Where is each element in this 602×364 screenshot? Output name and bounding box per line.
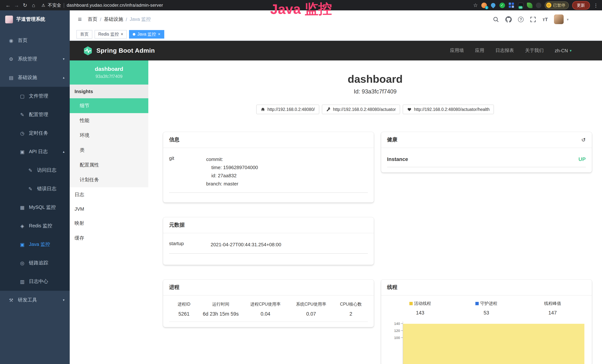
sidebar-item-file[interactable]: ▢ 文件管理	[0, 87, 70, 105]
paused-chip[interactable]: ☺ 已暂停	[545, 1, 569, 9]
sidebar-item-home[interactable]: ◉ 首页	[0, 31, 70, 50]
instance-title: dashboard	[148, 73, 602, 85]
file-icon: ▢	[19, 93, 25, 99]
close-icon[interactable]: ×	[121, 32, 123, 37]
tab-redis-monitor[interactable]: Redis 监控 ×	[95, 30, 127, 39]
col-header: 系统CPU使用率	[288, 298, 334, 309]
sba-nav-applications[interactable]: 应用	[475, 47, 484, 54]
instance-id-short: 93a3fc7f7409	[73, 74, 145, 79]
redis-icon: ◈	[19, 223, 25, 229]
browser-menu-icon[interactable]: ⋮	[593, 2, 598, 8]
sba-side-caches[interactable]: 缓存	[70, 231, 148, 246]
git-id-line: id: 27aa832	[206, 172, 258, 180]
legend-label: 守护进程	[480, 301, 497, 306]
extension-icon-green-check[interactable]: ✓	[499, 2, 505, 8]
sba-side-config-props[interactable]: 配置属性	[70, 158, 148, 172]
font-size-icon[interactable]: тT	[542, 17, 548, 22]
url-text[interactable]: dashboard.yudao.iocoder.cn/infra/admin-s…	[67, 3, 163, 8]
sidebar-item-devtools[interactable]: ⚒ 研发工具 ▾	[0, 291, 70, 309]
chevron-down-icon: ▾	[63, 57, 64, 61]
sba-side-environment[interactable]: 环境	[70, 128, 148, 143]
breadcrumb-home[interactable]: 首页	[88, 16, 97, 23]
sba-nav-wallboard[interactable]: 应用墙	[450, 47, 464, 54]
tags-bar: 首页 Redis 监控 × Java 监控 ×	[70, 28, 602, 41]
legend-label: 活动线程	[414, 301, 431, 306]
spring-boot-admin: Spring Boot Admin 应用墙 应用 日志报表 关于我们 zh-CN…	[70, 41, 602, 364]
sba-side-scheduled-tasks[interactable]: 计划任务	[70, 172, 148, 187]
extension-icon-dark[interactable]: on	[518, 2, 523, 8]
sba-side-insights[interactable]: Insights	[70, 85, 148, 98]
search-icon[interactable]	[493, 16, 499, 22]
chart-plot-area	[403, 321, 584, 364]
breadcrumb-infra: 基础设施	[104, 16, 123, 23]
sba-nav-journal[interactable]: 日志报表	[495, 47, 514, 54]
health-card: 健康 ↺ Instance UP	[381, 132, 592, 172]
avatar-caret-icon[interactable]: ▾	[567, 17, 569, 21]
sba-side-classes[interactable]: 类	[70, 143, 148, 158]
sidebar-item-config[interactable]: ✎ 配置管理	[0, 105, 70, 124]
github-icon[interactable]	[505, 16, 512, 22]
tab-java-monitor[interactable]: Java 监控 ×	[129, 30, 164, 39]
sba-brand[interactable]: Spring Boot Admin	[83, 46, 155, 55]
help-icon[interactable]: ?	[518, 17, 524, 22]
tab-home[interactable]: 首页	[76, 30, 92, 39]
gear-icon: ⚙	[8, 56, 14, 62]
sidebar-item-error-log[interactable]: ✎ 错误日志	[0, 180, 70, 198]
sba-side-loggers[interactable]: 日志	[70, 187, 148, 202]
sba-side-metrics[interactable]: 性能	[70, 113, 148, 128]
health-url-link[interactable]: http://192.168.0.2:48080/actuator/health	[403, 105, 494, 114]
app-logo[interactable]: 芋道管理系统	[0, 11, 70, 28]
col-header: 运行时间	[199, 298, 243, 309]
sidebar-item-job[interactable]: ◷ 定时任务	[0, 124, 70, 142]
extension-icon-orange[interactable]: 1	[481, 2, 487, 8]
legend-value: 147	[519, 310, 586, 316]
sba-content: dashboard Id: 93a3fc7f7409 http://192.16…	[148, 60, 602, 364]
sidebar-item-infra[interactable]: ▤ 基础设施 ▴	[0, 68, 70, 87]
sidebar-item-access-log[interactable]: ✎ 访问日志	[0, 161, 70, 180]
legend-value: 53	[453, 310, 519, 316]
sba-side-details[interactable]: 细节	[70, 98, 148, 113]
address-bar[interactable]: ⚠ 不安全 dashboard.yudao.iocoder.cn/infra/a…	[42, 2, 163, 8]
actuator-url-link[interactable]: http://192.168.0.2:48080/actuator	[322, 105, 400, 114]
sidebar-item-logcenter[interactable]: ▥ 日志中心	[0, 272, 70, 291]
avatar[interactable]	[554, 14, 564, 24]
browser-home-icon[interactable]: ⌂	[29, 2, 38, 8]
tab-label: 首页	[80, 32, 89, 37]
not-secure-label[interactable]: 不安全	[48, 2, 61, 8]
extensions-puzzle-icon[interactable]	[536, 2, 541, 8]
startup-row: startup 2021-04-27T00:44:31.254+08:00	[169, 236, 368, 254]
extension-icon-grid[interactable]	[509, 3, 511, 5]
reload-icon[interactable]: ↻	[21, 2, 29, 8]
edit-icon: ✎	[27, 186, 33, 192]
card-title: 进程	[169, 284, 180, 291]
log-center-icon: ▥	[19, 279, 25, 284]
update-button[interactable]: 更新	[572, 1, 590, 10]
extension-icon-drop[interactable]	[490, 2, 496, 8]
instance-header[interactable]: dashboard 93a3fc7f7409	[70, 60, 148, 85]
database-icon: ▦	[19, 204, 25, 210]
sba-side-jvm[interactable]: JVM	[70, 202, 148, 216]
bookmark-star-icon[interactable]: ☆	[473, 2, 478, 8]
sba-nav-about[interactable]: 关于我们	[525, 47, 544, 54]
sba-sidebar: dashboard 93a3fc7f7409 Insights 细节 性能 环境…	[70, 60, 148, 364]
close-icon[interactable]: ×	[158, 32, 160, 37]
history-icon[interactable]: ↺	[581, 137, 586, 143]
git-key: git	[169, 155, 206, 188]
back-icon[interactable]: ←	[4, 2, 12, 8]
sba-side-mappings[interactable]: 映射	[70, 216, 148, 231]
sidebar-item-system[interactable]: ⚙ 系统管理 ▾	[0, 50, 70, 68]
extension-icon-leaf[interactable]	[527, 2, 532, 8]
sidebar-item-mysql[interactable]: ▦ MySQL 监控	[0, 198, 70, 217]
sidebar-item-trace[interactable]: ◎ 链路追踪	[0, 254, 70, 272]
locale-select[interactable]: zh-CN ▾	[555, 48, 572, 53]
sidebar-item-redis[interactable]: ◈ Redis 监控	[0, 217, 70, 235]
fullscreen-icon[interactable]	[530, 16, 536, 22]
sidebar-item-api-log[interactable]: ▣ API 日志 ▴	[0, 142, 70, 161]
sidebar-item-label: 访问日志	[37, 167, 56, 173]
forward-icon[interactable]: →	[12, 2, 21, 8]
service-url-link[interactable]: http://192.168.0.2:48080/	[256, 105, 319, 114]
sidebar-item-java[interactable]: ▣ Java 监控	[0, 235, 70, 254]
startup-value: 2021-04-27T00:44:31.254+08:00	[211, 241, 281, 249]
timer-icon: ◷	[19, 130, 25, 136]
sidebar-toggle-icon[interactable]: ≡	[75, 15, 85, 23]
